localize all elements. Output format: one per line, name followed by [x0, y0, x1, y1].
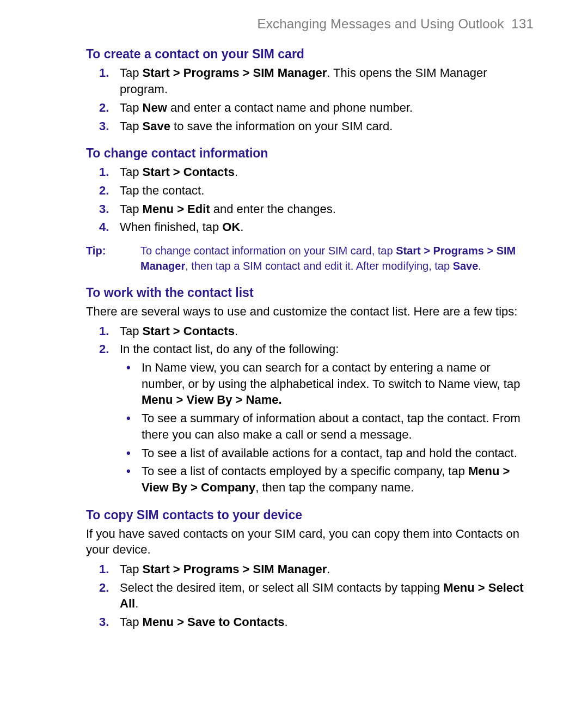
steps-copy-sim: Tap Start > Programs > SIM Manager. Sele…	[86, 561, 534, 630]
worklist-intro: There are several ways to use and custom…	[86, 303, 534, 320]
list-item: Tap Start > Contacts.	[86, 323, 534, 339]
page-header: Exchanging Messages and Using Outlook 13…	[86, 15, 534, 33]
steps-work-list: Tap Start > Contacts. In the contact lis…	[86, 323, 534, 496]
heading-change-contact: To change contact information	[86, 145, 534, 162]
bullet-item: In Name view, you can search for a conta…	[120, 360, 534, 408]
list-item: Tap Start > Programs > SIM Manager.	[86, 561, 534, 578]
list-item: Tap Start > Programs > SIM Manager. This…	[86, 65, 534, 97]
header-title: Exchanging Messages and Using Outlook	[258, 16, 504, 31]
steps-create-contact: Tap Start > Programs > SIM Manager. This…	[86, 65, 534, 134]
steps-change-contact: Tap Start > Contacts. Tap the contact. T…	[86, 164, 534, 235]
list-item: Tap Menu > Save to Contacts.	[86, 614, 534, 630]
list-item: Tap the contact.	[86, 183, 534, 199]
list-item: Tap Menu > Edit and enter the changes.	[86, 201, 534, 217]
bullet-item: To see a list of contacts employed by a …	[120, 463, 534, 495]
list-item: Select the desired item, or select all S…	[86, 580, 534, 612]
copysim-intro: If you have saved contacts on your SIM c…	[86, 526, 534, 558]
list-item: Tap New and enter a contact name and pho…	[86, 100, 534, 116]
list-item: Tap Save to save the information on your…	[86, 118, 534, 135]
tip-body: To change contact information on your SI…	[140, 243, 534, 274]
heading-create-contact: To create a contact on your SIM card	[86, 46, 534, 63]
list-item: In the contact list, do any of the follo…	[86, 341, 534, 495]
heading-work-list: To work with the contact list	[86, 284, 534, 301]
list-item: Tap Start > Contacts.	[86, 164, 534, 180]
heading-copy-sim: To copy SIM contacts to your device	[86, 507, 534, 524]
page-number: 131	[511, 16, 534, 31]
bullet-item: To see a list of available actions for a…	[120, 445, 534, 461]
bullet-item: To see a summary of information about a …	[120, 410, 534, 442]
worklist-bullets: In Name view, you can search for a conta…	[120, 360, 534, 496]
list-item: When finished, tap OK.	[86, 219, 534, 235]
tip-row: Tip: To change contact information on yo…	[86, 243, 534, 274]
tip-label: Tip:	[86, 243, 140, 274]
